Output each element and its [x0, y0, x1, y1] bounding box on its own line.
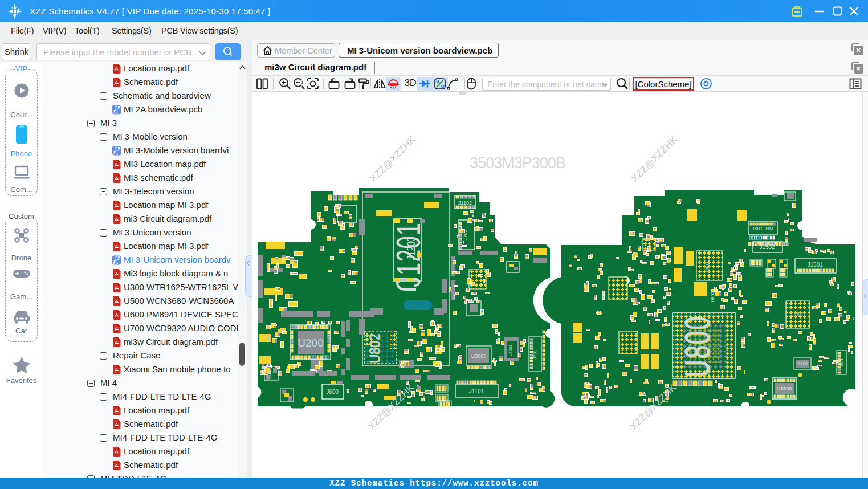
- svg-text:U802: U802: [367, 333, 383, 364]
- svg-text:XZZ@XZZHK: XZZ@XZZHK: [368, 134, 418, 184]
- svg-text:U3001: U3001: [508, 345, 512, 357]
- svg-text:J1102: J1102: [458, 200, 472, 206]
- svg-text:J1101: J1101: [469, 388, 484, 394]
- svg-text:S100: S100: [797, 361, 808, 366]
- svg-text:U602: U602: [710, 291, 715, 303]
- svg-text:J801_NM: J801_NM: [752, 226, 774, 231]
- svg-text:J102: J102: [267, 370, 271, 378]
- svg-text:XZZ@XZZHK: XZZ@XZZHK: [629, 134, 679, 184]
- svg-text:J601: J601: [840, 358, 843, 366]
- svg-text:J1502: J1502: [759, 244, 775, 250]
- svg-text:3503M3P300B: 3503M3P300B: [470, 154, 565, 172]
- svg-text:J1200: J1200: [404, 237, 417, 260]
- svg-text:U601: U601: [704, 259, 711, 272]
- svg-text:U300: U300: [791, 311, 805, 317]
- svg-text:J1501: J1501: [807, 262, 823, 268]
- svg-text:U200: U200: [298, 337, 323, 349]
- svg-text:J701: J701: [532, 349, 537, 360]
- svg-text:U1500: U1500: [777, 386, 792, 392]
- svg-text:U3000: U3000: [471, 353, 487, 359]
- svg-text:J600: J600: [326, 389, 339, 395]
- svg-text:U800: U800: [678, 315, 716, 377]
